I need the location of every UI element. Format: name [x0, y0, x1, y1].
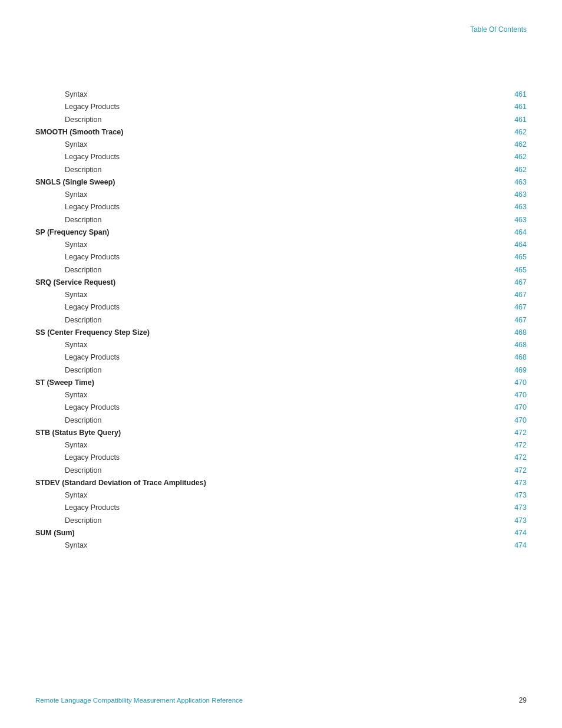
toc-entry[interactable]: Description465: [35, 264, 527, 276]
toc-entry[interactable]: SS (Center Frequency Step Size)468: [35, 327, 527, 339]
toc-entry[interactable]: Legacy Products473: [35, 502, 527, 514]
entry-page: 472: [509, 427, 527, 439]
toc-entry[interactable]: Syntax472: [35, 439, 527, 452]
toc-entry[interactable]: Description463: [35, 214, 527, 226]
entry-title: SMOOTH (Smooth Trace): [35, 126, 123, 139]
entry-title: Syntax: [65, 389, 87, 401]
toc-entry[interactable]: Description473: [35, 515, 527, 527]
toc-entry[interactable]: Syntax474: [35, 539, 527, 552]
toc-entry[interactable]: Description462: [35, 164, 527, 176]
toc-entry[interactable]: Description469: [35, 364, 527, 377]
toc-entry[interactable]: Description472: [35, 465, 527, 477]
entry-title: Description: [65, 114, 102, 126]
entry-page: 461: [509, 114, 527, 126]
toc-entry[interactable]: Legacy Products461: [35, 101, 527, 113]
toc-entry[interactable]: Syntax468: [35, 339, 527, 351]
toc-entry[interactable]: Description470: [35, 414, 527, 427]
toc-entry[interactable]: SP (Frequency Span)464: [35, 226, 527, 239]
toc-entry[interactable]: Syntax467: [35, 289, 527, 301]
entry-title: ST (Sweep Time): [35, 377, 94, 389]
entry-title: Syntax: [65, 139, 87, 151]
toc-entry[interactable]: Legacy Products462: [35, 151, 527, 163]
toc-entry[interactable]: Legacy Products467: [35, 301, 527, 314]
entry-title: Legacy Products: [65, 301, 120, 314]
entry-page: 472: [509, 439, 527, 452]
entry-page: 465: [509, 264, 527, 276]
toc-entry[interactable]: Syntax464: [35, 239, 527, 251]
toc-entry[interactable]: Syntax461: [35, 88, 527, 101]
entry-page: 462: [509, 126, 527, 139]
entry-page: 470: [509, 401, 527, 414]
entry-title: Legacy Products: [65, 452, 120, 464]
toc-link[interactable]: Table Of Contents: [470, 25, 527, 34]
entry-page: 474: [509, 527, 527, 539]
entry-page: 473: [509, 489, 527, 502]
toc-entry[interactable]: Description461: [35, 114, 527, 126]
entry-page: 473: [509, 515, 527, 527]
entry-page: 468: [509, 339, 527, 351]
page-container: Table Of Contents Syntax461Legacy Produc…: [0, 0, 562, 728]
entry-title: Syntax: [65, 189, 87, 201]
footer-page: 29: [519, 696, 527, 704]
entry-page: 463: [509, 189, 527, 201]
toc-entry[interactable]: Syntax463: [35, 189, 527, 201]
entry-page: 464: [509, 226, 527, 239]
entry-page: 461: [509, 101, 527, 113]
entry-title: Legacy Products: [65, 351, 120, 364]
entry-page: 461: [509, 88, 527, 101]
entry-title: Description: [65, 264, 102, 276]
entry-title: Syntax: [65, 439, 87, 452]
toc-entry[interactable]: Syntax470: [35, 389, 527, 401]
toc-entry[interactable]: Legacy Products470: [35, 401, 527, 414]
entry-title: SRQ (Service Request): [35, 276, 115, 289]
toc-entry[interactable]: Syntax473: [35, 489, 527, 502]
entry-page: 468: [509, 351, 527, 364]
entry-title: Syntax: [65, 239, 87, 251]
entry-title: Syntax: [65, 489, 87, 502]
toc-entry[interactable]: SUM (Sum)474: [35, 527, 527, 539]
entry-title: Description: [65, 515, 102, 527]
page-footer: Remote Language Compatibility Measuremen…: [35, 696, 527, 704]
entry-title: Syntax: [65, 88, 87, 101]
entry-page: 470: [509, 389, 527, 401]
entry-page: 462: [509, 139, 527, 151]
entry-page: 468: [509, 327, 527, 339]
toc-entry[interactable]: STDEV (Standard Deviation of Trace Ampli…: [35, 477, 527, 489]
entry-page: 467: [509, 301, 527, 314]
entry-page: 472: [509, 452, 527, 464]
toc-entry[interactable]: Description467: [35, 314, 527, 327]
entry-page: 467: [509, 276, 527, 289]
footer-title: Remote Language Compatibility Measuremen…: [35, 697, 243, 704]
toc-entry[interactable]: Legacy Products463: [35, 201, 527, 213]
entry-title: SNGLS (Single Sweep): [35, 176, 115, 189]
entry-page: 463: [509, 201, 527, 213]
entry-title: Description: [65, 164, 102, 176]
entry-page: 467: [509, 314, 527, 327]
entry-page: 469: [509, 364, 527, 377]
toc-entry[interactable]: SRQ (Service Request)467: [35, 276, 527, 289]
toc-content: Syntax461Legacy Products461Description46…: [35, 88, 527, 552]
entry-title: Description: [65, 214, 102, 226]
toc-entry[interactable]: Syntax462: [35, 139, 527, 151]
entry-title: Syntax: [65, 339, 87, 351]
entry-title: Description: [65, 364, 102, 377]
toc-entry[interactable]: SNGLS (Single Sweep)463: [35, 176, 527, 189]
entry-page: 470: [509, 414, 527, 427]
entry-page: 473: [509, 502, 527, 514]
toc-entry[interactable]: Legacy Products465: [35, 251, 527, 263]
toc-entry[interactable]: Legacy Products468: [35, 351, 527, 364]
entry-title: Description: [65, 465, 102, 477]
toc-entry[interactable]: Legacy Products472: [35, 452, 527, 464]
entry-title: Legacy Products: [65, 151, 120, 163]
entry-page: 464: [509, 239, 527, 251]
entry-page: 472: [509, 465, 527, 477]
entry-page: 465: [509, 251, 527, 263]
toc-entry[interactable]: SMOOTH (Smooth Trace)462: [35, 126, 527, 139]
toc-entry[interactable]: STB (Status Byte Query)472: [35, 427, 527, 439]
entry-title: Syntax: [65, 539, 87, 552]
toc-entry[interactable]: ST (Sweep Time)470: [35, 377, 527, 389]
entry-title: Legacy Products: [65, 201, 120, 213]
entry-page: 463: [509, 176, 527, 189]
entry-title: STB (Status Byte Query): [35, 427, 121, 439]
entry-title: Legacy Products: [65, 101, 120, 113]
